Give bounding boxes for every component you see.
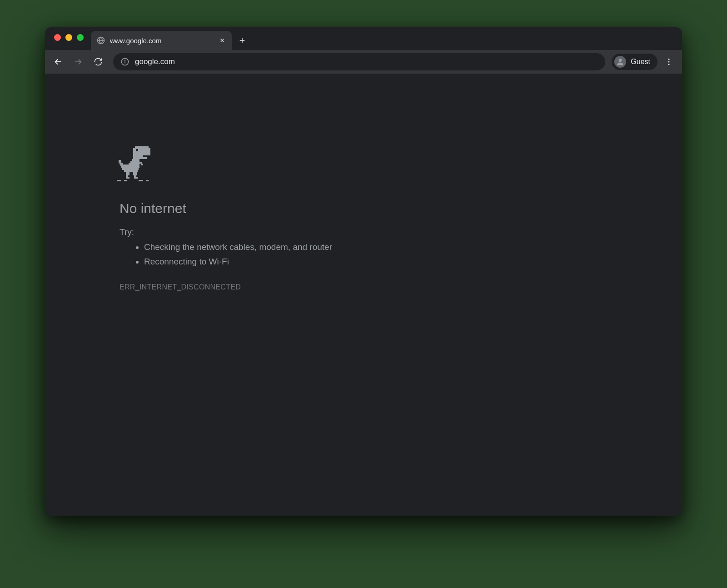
- browser-tab[interactable]: www.google.com: [91, 31, 232, 50]
- svg-rect-36: [146, 180, 149, 181]
- svg-rect-34: [124, 180, 127, 181]
- svg-rect-31: [134, 175, 136, 177]
- svg-rect-24: [124, 170, 138, 172]
- svg-rect-30: [133, 172, 137, 175]
- menu-button[interactable]: [660, 53, 677, 70]
- svg-point-4: [619, 59, 622, 62]
- svg-rect-32: [134, 177, 138, 179]
- tab-close-button[interactable]: [218, 36, 226, 45]
- svg-rect-13: [133, 155, 143, 157]
- globe-icon: [96, 36, 105, 45]
- forward-button[interactable]: [70, 53, 87, 70]
- reload-button[interactable]: [90, 53, 107, 70]
- svg-rect-8: [135, 146, 149, 148]
- svg-rect-25: [139, 162, 142, 164]
- suggestions-list: Checking the network cables, modem, and …: [120, 240, 682, 269]
- error-title: No internet: [120, 201, 682, 216]
- profile-label: Guest: [631, 58, 650, 66]
- window-maximize-button[interactable]: [77, 34, 84, 41]
- profile-button[interactable]: Guest: [612, 54, 657, 70]
- svg-rect-17: [130, 161, 139, 163]
- svg-rect-29: [126, 177, 129, 179]
- svg-rect-10: [133, 150, 150, 152]
- url-text: google.com: [135, 57, 175, 66]
- svg-rect-23: [122, 168, 139, 170]
- window-close-button[interactable]: [54, 34, 61, 41]
- dino-icon[interactable]: [117, 146, 682, 184]
- suggestion-item: Reconnecting to Wi-Fi: [144, 254, 682, 269]
- svg-point-3: [125, 60, 125, 60]
- svg-rect-14: [133, 157, 147, 159]
- site-info-icon[interactable]: [120, 57, 129, 66]
- window-minimize-button[interactable]: [65, 34, 72, 41]
- tab-strip: www.google.com: [45, 27, 682, 50]
- svg-rect-21: [120, 164, 139, 166]
- svg-rect-16: [132, 159, 139, 161]
- svg-point-5: [668, 59, 670, 60]
- svg-rect-28: [126, 175, 128, 177]
- error-code: ERR_INTERNET_DISCONNECTED: [120, 283, 682, 291]
- svg-rect-22: [121, 166, 139, 168]
- svg-rect-35: [139, 180, 143, 181]
- svg-rect-27: [126, 172, 129, 175]
- tab-title: www.google.com: [110, 37, 214, 45]
- svg-rect-20: [120, 163, 123, 164]
- svg-rect-26: [141, 164, 143, 165]
- svg-point-7: [668, 64, 670, 65]
- svg-rect-18: [129, 163, 139, 164]
- svg-rect-12: [133, 154, 150, 155]
- svg-rect-33: [117, 180, 121, 181]
- back-button[interactable]: [50, 53, 67, 70]
- svg-rect-11: [133, 152, 150, 154]
- new-tab-button[interactable]: [234, 33, 250, 48]
- svg-point-6: [668, 61, 670, 63]
- try-label: Try:: [120, 227, 682, 237]
- page-content: No internet Try: Checking the network ca…: [45, 74, 682, 516]
- toolbar: google.com Guest: [45, 50, 682, 74]
- browser-window: www.google.com: [45, 27, 682, 516]
- window-controls: [51, 27, 88, 50]
- svg-rect-19: [119, 160, 121, 163]
- avatar-icon: [614, 56, 626, 68]
- suggestion-item: Checking the network cables, modem, and …: [144, 240, 682, 254]
- address-bar[interactable]: google.com: [113, 53, 605, 70]
- svg-rect-9: [133, 148, 150, 150]
- svg-rect-15: [136, 149, 138, 151]
